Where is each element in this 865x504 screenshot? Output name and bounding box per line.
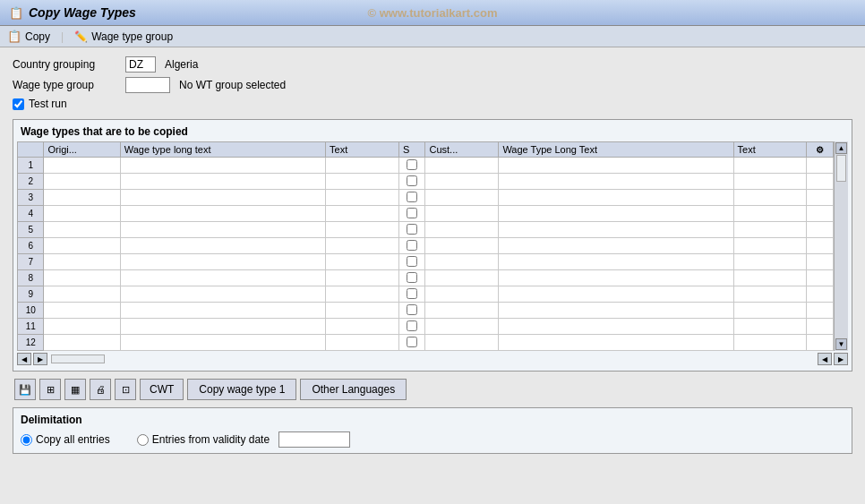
data-cell <box>425 254 499 270</box>
checkbox-cell[interactable] <box>398 286 424 303</box>
no-wt-group-text: No WT group selected <box>179 79 286 91</box>
icon-btn-1[interactable]: 💾 <box>14 379 36 400</box>
data-cell <box>326 190 399 206</box>
data-cell <box>733 238 807 254</box>
checkbox-cell[interactable] <box>398 238 424 254</box>
test-run-row: Test run <box>13 98 852 110</box>
data-cell <box>120 286 325 303</box>
data-cell <box>425 158 499 174</box>
icon-btn-2[interactable]: ⊞ <box>39 379 61 400</box>
copy-all-label: Copy all entries <box>36 433 110 446</box>
copy-wage-type-button[interactable]: Copy wage type 1 <box>187 379 296 400</box>
data-cell <box>44 174 120 190</box>
checkbox-cell[interactable] <box>398 206 424 222</box>
table-row: 11 <box>18 319 834 335</box>
wage-type-group-input[interactable] <box>125 77 170 93</box>
checkbox-cell[interactable] <box>398 190 424 206</box>
col-header-orig: Origi... <box>44 142 120 158</box>
table-row: 5 <box>18 222 834 238</box>
pencil-icon: ✏️ <box>74 30 88 43</box>
content-area: Country grouping Algeria Wage type group… <box>0 47 865 463</box>
cwt-button[interactable]: CWT <box>140 379 184 400</box>
data-cell <box>326 222 399 238</box>
data-cell <box>120 254 325 270</box>
scroll-left-btn[interactable]: ◀ <box>17 353 31 365</box>
table-row: 7 <box>18 254 834 270</box>
icon-btn-5[interactable]: ⊡ <box>115 379 136 400</box>
form-wage-type-group: Wage type group No WT group selected <box>13 77 852 93</box>
data-cell <box>733 158 807 174</box>
delimitation-title: Delimitation <box>21 414 844 426</box>
checkbox-cell[interactable] <box>398 319 424 335</box>
data-cell <box>425 206 499 222</box>
table-row: 12 <box>18 335 834 351</box>
data-cell <box>44 190 120 206</box>
col-header-cust: Cust... <box>425 142 499 158</box>
copy-all-radio[interactable]: Copy all entries <box>21 433 110 446</box>
entries-validity-radio[interactable]: Entries from validity date <box>137 431 350 448</box>
data-cell <box>425 286 499 303</box>
h-scroll-track[interactable] <box>51 355 105 363</box>
data-cell <box>44 158 120 174</box>
data-cell <box>44 303 120 319</box>
toolbar-copy[interactable]: 📋 Copy <box>7 30 50 43</box>
h-scroll-right-left[interactable]: ◀ <box>818 353 832 365</box>
data-cell <box>44 238 120 254</box>
data-table: Origi... Wage type long text Text S Cust… <box>17 141 834 351</box>
data-cell <box>733 286 807 303</box>
col-header-text: Text <box>326 142 399 158</box>
row-number: 3 <box>18 190 44 206</box>
country-grouping-input[interactable] <box>125 56 156 73</box>
row-number: 10 <box>18 303 44 319</box>
data-cell <box>326 286 399 303</box>
scroll-up-btn[interactable]: ▲ <box>835 142 847 154</box>
checkbox-cell[interactable] <box>398 158 424 174</box>
icon-btn-3[interactable]: ▦ <box>64 379 86 400</box>
data-cell <box>425 190 499 206</box>
checkbox-cell[interactable] <box>398 222 424 238</box>
table-row: 6 <box>18 238 834 254</box>
data-cell <box>499 158 733 174</box>
scroll-down-btn[interactable]: ▼ <box>835 338 847 350</box>
checkbox-cell[interactable] <box>398 174 424 190</box>
data-cell <box>733 319 807 335</box>
checkbox-cell[interactable] <box>398 254 424 270</box>
checkbox-cell[interactable] <box>398 270 424 286</box>
data-cell <box>326 319 399 335</box>
scroll-thumb[interactable] <box>836 155 846 182</box>
data-cell <box>807 174 834 190</box>
row-number: 2 <box>18 174 44 190</box>
data-cell <box>733 206 807 222</box>
validity-date-input[interactable] <box>278 431 350 448</box>
data-cell <box>44 254 120 270</box>
col-header-longtext: Wage type long text <box>120 142 325 158</box>
test-run-checkbox[interactable] <box>13 98 24 110</box>
data-cell <box>499 286 733 303</box>
data-cell <box>807 190 834 206</box>
entries-validity-label: Entries from validity date <box>152 433 270 446</box>
icon-btn-4[interactable]: 🖨 <box>90 379 111 400</box>
h-scroll-right-right[interactable]: ▶ <box>834 353 848 365</box>
other-languages-button[interactable]: Other Languages <box>300 379 407 400</box>
country-grouping-label: Country grouping <box>13 58 120 71</box>
data-cell <box>120 206 325 222</box>
scroll-right-btn[interactable]: ▶ <box>33 353 47 365</box>
data-cell <box>499 319 733 335</box>
data-cell <box>733 335 807 351</box>
data-cell <box>120 335 325 351</box>
row-number: 8 <box>18 270 44 286</box>
col-header-settings[interactable]: ⚙ <box>807 142 834 158</box>
data-cell <box>120 238 325 254</box>
watermark: © www.tutorialkart.com <box>368 6 498 20</box>
checkbox-cell[interactable] <box>398 303 424 319</box>
toolbar-wage-type-group[interactable]: ✏️ Wage type group <box>74 30 173 43</box>
row-number: 9 <box>18 286 44 303</box>
table-title: Wage types that are to be copied <box>17 124 848 141</box>
checkbox-cell[interactable] <box>398 335 424 351</box>
vertical-scrollbar[interactable]: ▲ ▼ <box>834 141 848 351</box>
table-row: 4 <box>18 206 834 222</box>
table-row: 9 <box>18 286 834 303</box>
data-cell <box>733 303 807 319</box>
data-cell <box>326 254 399 270</box>
data-cell <box>120 319 325 335</box>
